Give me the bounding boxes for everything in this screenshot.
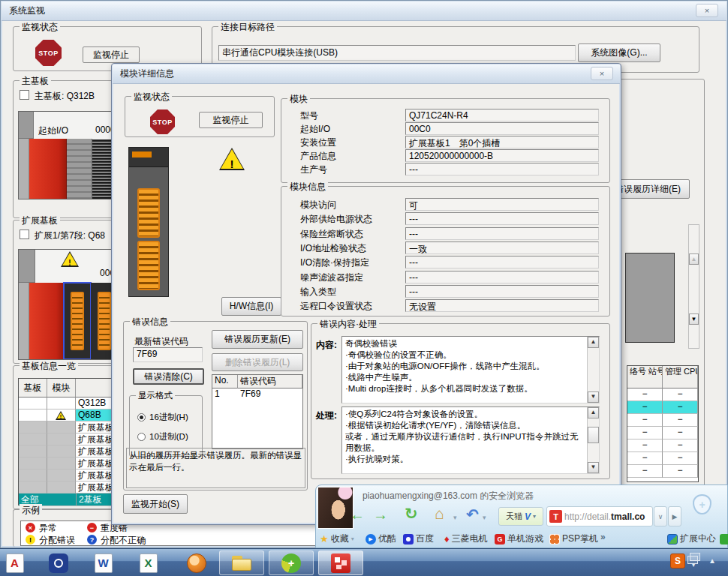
tmall-icon: T: [549, 510, 562, 523]
scroll-up-icon[interactable]: ▲: [689, 254, 699, 265]
io-clear-field: ---: [405, 256, 599, 268]
address-dropdown-icon[interactable]: ∨: [654, 506, 667, 526]
refresh-icon[interactable]: ↻: [405, 505, 418, 523]
error-detail-title: 错误内容·处理: [317, 318, 379, 331]
error-history-update-button[interactable]: 错误履历更新(E): [212, 330, 303, 349]
taskbar-music-player-icon[interactable]: [185, 551, 208, 574]
hw-info-button[interactable]: H/W信息(I): [221, 297, 281, 316]
undo-icon[interactable]: ↶: [466, 506, 479, 524]
table-row[interactable]: − −: [627, 452, 698, 465]
content-label: 内容:: [316, 339, 337, 352]
scroll-down-icon[interactable]: ▼: [588, 392, 599, 403]
stop-icon: STOP: [35, 40, 62, 66]
station-table: 络号 站号 管理 CPU − − − − − − − − − −: [627, 365, 699, 482]
main-close-button[interactable]: ×: [696, 4, 718, 17]
search-engine-selector[interactable]: 天猫 V ▾: [498, 507, 543, 526]
plus-icon: +: [288, 557, 294, 569]
scroll-down-icon[interactable]: ▼: [588, 462, 599, 473]
dialog-close-button[interactable]: ×: [591, 67, 613, 80]
table-row[interactable]: − −: [627, 465, 698, 478]
monitor-stop-indicator: 监视停止: [199, 112, 263, 128]
address-bar[interactable]: T http://detail. tmall.co: [546, 506, 653, 526]
stop-icon: STOP: [150, 110, 175, 134]
assign-incorrect-icon: ?: [87, 535, 97, 544]
scroll-thumb[interactable]: [588, 427, 599, 443]
close-icon: ×: [600, 69, 604, 78]
chevron-down-icon[interactable]: ▾: [453, 514, 457, 521]
taskbar-gx-configurator-button[interactable]: [318, 550, 363, 575]
tray-show-hidden-icon[interactable]: ▲: [708, 556, 716, 565]
module-group-title: 模块: [287, 93, 310, 106]
module-group: 模块 型号 QJ71C24N-R4 起始I/O 00C0 安装位置 扩展基板1 …: [281, 98, 610, 183]
bookmark-baidu[interactable]: 百度: [403, 532, 434, 545]
table-row[interactable]: − −: [627, 401, 698, 414]
bookmark-youku[interactable]: ▶ 优酷: [366, 532, 396, 545]
gamepad-icon: [549, 534, 560, 544]
taskbar-360-safety-button[interactable]: +: [269, 550, 314, 575]
go-icon[interactable]: ▶: [668, 506, 681, 526]
monitor-start-button[interactable]: 监视开始(S): [123, 494, 188, 514]
tray-chevron-down-icon[interactable]: ▾: [692, 562, 695, 568]
scroll-up-icon[interactable]: ▲: [588, 407, 599, 418]
ext-base-checkbox[interactable]: [20, 230, 29, 239]
cpu-module: [67, 139, 92, 199]
taskbar-explorer-button[interactable]: [219, 550, 264, 575]
taskbar-cad-tool-icon[interactable]: [47, 551, 70, 574]
tray-sogou-icon[interactable]: S: [670, 554, 685, 568]
ext-base-name: 扩展1/第7段: Q68: [35, 230, 105, 242]
dec-radio[interactable]: [137, 433, 146, 441]
fuse-field: ---: [405, 227, 599, 240]
chevron-down-icon[interactable]: ▾: [483, 514, 486, 521]
system-image-button[interactable]: 系统图像(G)...: [578, 44, 660, 62]
power-module: [29, 139, 67, 199]
avatar[interactable]: [317, 487, 353, 529]
content-scrollbar[interactable]: ▲ ▼: [587, 337, 599, 403]
bookmark-psp[interactable]: PSP掌机: [549, 532, 598, 545]
taskbar-autocad-icon[interactable]: A: [3, 551, 26, 574]
taskbar-word-icon[interactable]: W: [92, 551, 115, 574]
base-list-title: 基板信息一览: [20, 360, 78, 373]
model-field: QJ71C24N-R4: [405, 109, 599, 122]
field-label: I/O地址检验状态: [300, 242, 366, 255]
error-action-text: ·使Q系列C24符合对象设备的设置。 ·根据错误初始化请求(YE/YF)，清除错…: [345, 409, 584, 472]
table-row[interactable]: 1 7F69: [212, 388, 302, 400]
error-content-text: 奇偶校验错误 ·奇偶校验位的设置不正确。 ·由于对象站的电源ON/OFF操作，线…: [345, 338, 584, 401]
forward-icon[interactable]: →: [373, 506, 388, 524]
field-label: 外部供给电源状态: [300, 213, 372, 226]
table-row[interactable]: − −: [627, 427, 698, 440]
scroll-down-icon[interactable]: ▼: [689, 314, 699, 325]
back-icon[interactable]: ←: [350, 506, 365, 524]
home-icon[interactable]: ⌂: [435, 505, 444, 523]
action-scrollbar[interactable]: ▲ ▼: [587, 407, 599, 473]
module-image: [128, 147, 169, 297]
ext-base-title: 扩展基板: [20, 214, 60, 227]
noise-filter-field: ---: [405, 271, 599, 284]
error-content-box[interactable]: 奇偶校验错误 ·奇偶校验位的设置不正确。 ·由于对象站的电源ON/OFF操作，线…: [341, 336, 600, 404]
table-header: No. 错误代码: [212, 375, 302, 388]
action-label: 处理:: [316, 410, 337, 422]
selected-module[interactable]: [64, 283, 91, 359]
bookmark-favorites[interactable]: ★ 收藏 ▾: [320, 532, 354, 545]
hex-radio[interactable]: [137, 413, 146, 422]
table-row[interactable]: − −: [627, 414, 698, 427]
scroll-up-icon[interactable]: ▲: [588, 337, 599, 348]
more-bookmarks-icon[interactable]: »: [600, 532, 606, 542]
bookmark-extension-center[interactable]: 扩展中心: [667, 532, 716, 545]
warning-icon: !: [56, 411, 66, 420]
connector: [137, 188, 160, 238]
bookmark-mitsubishi[interactable]: ♦ 三菱电机: [444, 532, 488, 545]
shield-icon[interactable]: +: [693, 494, 711, 514]
table-row[interactable]: − −: [627, 388, 698, 401]
error-clear-button[interactable]: 错误清除(C): [133, 368, 204, 385]
tray-window-switcher-icon[interactable]: [690, 553, 700, 561]
table-row[interactable]: − −: [627, 440, 698, 452]
error-history-delete-button[interactable]: 删除错误履历(L): [212, 353, 303, 371]
clipped-bookmark-icon[interactable]: [720, 534, 728, 544]
taskbar-excel-icon[interactable]: X: [137, 551, 160, 574]
field-label: 远程口令设置状态: [300, 300, 372, 313]
bookmark-games[interactable]: G 单机游戏: [495, 532, 543, 545]
connection-path-field: 串行通信CPU模块连接(USB): [218, 45, 576, 61]
right-scrollbar[interactable]: ▲ ▼: [688, 224, 699, 349]
main-base-checkbox[interactable]: [20, 90, 29, 100]
error-action-box[interactable]: ·使Q系列C24符合对象设备的设置。 ·根据错误初始化请求(YE/YF)，清除错…: [341, 406, 600, 474]
